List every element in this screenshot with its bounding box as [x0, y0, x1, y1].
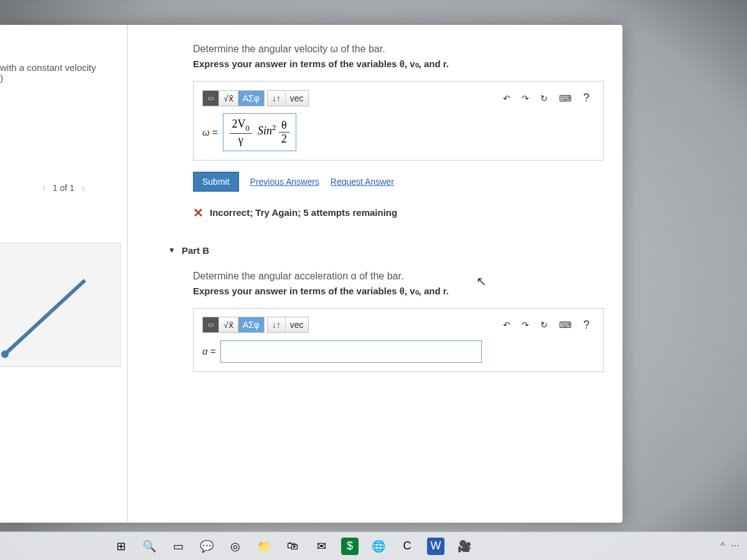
- subscript-button-b[interactable]: ↓↑: [268, 317, 286, 332]
- video-icon[interactable]: 🎥: [456, 538, 473, 555]
- templates-button-b[interactable]: ▭: [203, 317, 219, 332]
- equation-toolbar: ▭ √x̄ ΑΣφ ↓↑ vec ↶ ↷ ↻ ⌨ ?: [202, 89, 594, 107]
- equation-toolbar-b: ▭ √x̄ ΑΣφ ↓↑ vec ↶ ↷ ↻ ⌨ ?: [202, 316, 594, 334]
- taskbar: ⊞ 🔍 ▭ 💬 ◎ 📁 🛍 ✉ $ 🌐 C W 🎥: [0, 531, 747, 560]
- partA-lhs: ω =: [202, 127, 218, 138]
- answer-num: 2V: [232, 118, 246, 130]
- partA-answer-input[interactable]: 2V0 γ Sin2 θ 2: [223, 113, 296, 151]
- collapse-icon: ▼: [168, 246, 176, 254]
- partB-header[interactable]: ▼ Part B: [168, 245, 604, 256]
- vec-button[interactable]: vec: [286, 91, 308, 106]
- keyboard-button[interactable]: ⌨: [555, 91, 576, 106]
- answer-arg-num: θ: [279, 119, 289, 133]
- problem-figure: [0, 243, 121, 367]
- partB-answer-input[interactable]: [220, 340, 482, 363]
- chat-icon[interactable]: 💬: [198, 538, 215, 555]
- tray-chevron-icon[interactable]: ^: [720, 541, 725, 551]
- partB-title: Part B: [182, 245, 209, 256]
- partA-instruction: Express your answer in terms of the vari…: [193, 58, 604, 70]
- mail-icon[interactable]: ✉: [312, 538, 330, 555]
- greek-button[interactable]: ΑΣφ: [238, 91, 264, 106]
- system-tray: ^ ⋯: [713, 531, 747, 560]
- templates-button[interactable]: ▭: [203, 91, 219, 106]
- partB-answer-panel: ▭ √x̄ ΑΣφ ↓↑ vec ↶ ↷ ↻ ⌨ ? α =: [193, 308, 604, 372]
- previous-answers-link[interactable]: Previous Answers: [250, 177, 319, 187]
- taskview-icon[interactable]: ▭: [169, 538, 187, 555]
- word-icon[interactable]: W: [427, 538, 444, 555]
- reset-button-b[interactable]: ↻: [536, 317, 552, 332]
- help-button[interactable]: ?: [578, 89, 594, 107]
- svg-line-0: [5, 280, 85, 354]
- partA-answer-panel: ▭ √x̄ ΑΣφ ↓↑ vec ↶ ↷ ↻ ⌨ ? ω: [193, 81, 604, 161]
- money-icon[interactable]: $: [341, 538, 359, 555]
- answer-exp: 2: [272, 123, 276, 132]
- feedback-text: Incorrect; Try Again; 5 attempts remaini…: [210, 207, 397, 218]
- store-icon[interactable]: 🛍: [284, 538, 301, 555]
- redo-button-b[interactable]: ↷: [517, 317, 533, 332]
- undo-button[interactable]: ↶: [499, 91, 515, 106]
- answer-den: γ: [230, 134, 252, 147]
- partB-prompt: Determine the angular acceleration α of …: [193, 271, 604, 282]
- request-answer-link[interactable]: Request Answer: [331, 177, 394, 187]
- math-symbols-button[interactable]: √x̄: [219, 91, 238, 106]
- figure-next-button[interactable]: ›: [77, 183, 90, 193]
- answer-num-sub: 0: [246, 124, 250, 133]
- chrome-icon[interactable]: ◎: [227, 538, 244, 555]
- redo-button[interactable]: ↷: [517, 91, 533, 106]
- reset-button[interactable]: ↻: [536, 91, 552, 106]
- answer-arg-den: 2: [279, 133, 289, 146]
- undo-button-b[interactable]: ↶: [499, 317, 515, 332]
- math-symbols-button-b[interactable]: √x̄: [219, 317, 238, 332]
- svg-point-1: [1, 350, 9, 358]
- partB-lhs: α =: [202, 346, 215, 357]
- edge-icon[interactable]: 🌐: [370, 538, 387, 555]
- greek-button-b[interactable]: ΑΣφ: [238, 317, 264, 332]
- tray-extra-icon[interactable]: ⋯: [731, 541, 740, 551]
- start-button[interactable]: ⊞: [112, 538, 129, 555]
- help-button-b[interactable]: ?: [578, 316, 594, 334]
- figure-nav: ‹ 1 of 1 ›: [0, 183, 127, 193]
- search-icon[interactable]: 🔍: [141, 538, 158, 555]
- incorrect-icon: ✕: [193, 205, 204, 220]
- explorer-icon[interactable]: 📁: [255, 538, 273, 555]
- partA-prompt: Determine the angular velocity ω of the …: [193, 44, 604, 55]
- context-text-line2: ): [0, 73, 121, 83]
- submit-button[interactable]: Submit: [193, 172, 239, 192]
- feedback-message: ✕ Incorrect; Try Again; 5 attempts remai…: [193, 205, 604, 220]
- subscript-button[interactable]: ↓↑: [268, 91, 286, 106]
- figure-count: 1 of 1: [52, 183, 74, 193]
- vec-button-b[interactable]: vec: [286, 317, 308, 332]
- app-icon[interactable]: C: [398, 538, 416, 555]
- context-text-line1: with a constant velocity: [0, 62, 121, 73]
- figure-prev-button[interactable]: ‹: [37, 183, 50, 193]
- partB-instruction: Express your answer in terms of the vari…: [193, 286, 604, 297]
- keyboard-button-b[interactable]: ⌨: [555, 317, 576, 332]
- answer-func: Sin: [258, 124, 272, 137]
